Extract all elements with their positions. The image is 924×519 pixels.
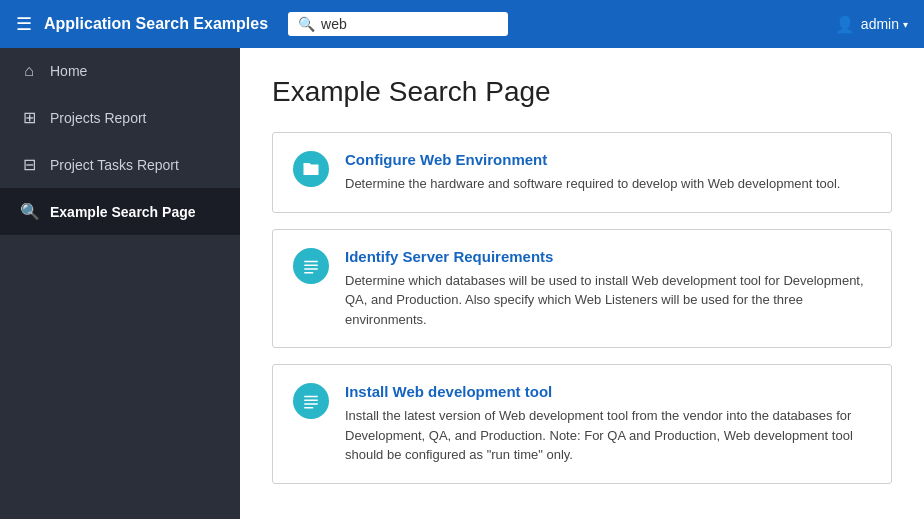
app-layout: ⌂ Home ⊞ Projects Report ⊟ Project Tasks…	[0, 48, 924, 519]
menu-icon[interactable]: ☰	[16, 13, 32, 35]
chevron-down-icon: ▾	[903, 19, 908, 30]
svg-rect-0	[304, 260, 318, 262]
svg-rect-7	[304, 407, 313, 409]
sidebar-item-project-tasks-report-label: Project Tasks Report	[50, 157, 179, 173]
sidebar-item-example-search-page[interactable]: 🔍 Example Search Page	[0, 188, 240, 235]
result-icon-1	[293, 151, 329, 187]
svg-rect-4	[304, 396, 318, 398]
user-icon: 👤	[835, 15, 855, 34]
result-card-3: Install Web development tool Install the…	[272, 364, 892, 484]
result-desc-2: Determine which databases will be used t…	[345, 271, 871, 330]
search-nav-icon: 🔍	[20, 202, 38, 221]
page-title: Example Search Page	[272, 76, 892, 108]
result-content-1: Configure Web Environment Determine the …	[345, 151, 841, 194]
result-icon-2	[293, 248, 329, 284]
sidebar-item-projects-report[interactable]: ⊞ Projects Report	[0, 94, 240, 141]
user-menu[interactable]: 👤 admin ▾	[835, 15, 908, 34]
sidebar-item-projects-report-label: Projects Report	[50, 110, 146, 126]
search-input[interactable]	[321, 16, 498, 32]
sidebar-item-example-search-page-label: Example Search Page	[50, 204, 196, 220]
table-icon: ⊟	[20, 155, 38, 174]
svg-rect-1	[304, 264, 318, 266]
app-title: Application Search Examples	[44, 15, 268, 33]
svg-rect-6	[304, 403, 318, 405]
result-desc-3: Install the latest version of Web develo…	[345, 406, 871, 465]
svg-rect-5	[304, 400, 318, 402]
home-icon: ⌂	[20, 62, 38, 80]
search-icon: 🔍	[298, 16, 315, 32]
result-icon-3	[293, 383, 329, 419]
result-title-2[interactable]: Identify Server Requirements	[345, 248, 871, 265]
grid-icon: ⊞	[20, 108, 38, 127]
result-content-2: Identify Server Requirements Determine w…	[345, 248, 871, 330]
user-label: admin	[861, 16, 899, 32]
sidebar-item-home-label: Home	[50, 63, 87, 79]
result-title-3[interactable]: Install Web development tool	[345, 383, 871, 400]
result-title-1[interactable]: Configure Web Environment	[345, 151, 841, 168]
result-content-3: Install Web development tool Install the…	[345, 383, 871, 465]
result-card-1: Configure Web Environment Determine the …	[272, 132, 892, 213]
svg-rect-2	[304, 268, 318, 270]
result-desc-1: Determine the hardware and software requ…	[345, 174, 841, 194]
result-card-2: Identify Server Requirements Determine w…	[272, 229, 892, 349]
main-content: Example Search Page Configure Web Enviro…	[240, 48, 924, 519]
sidebar-item-home[interactable]: ⌂ Home	[0, 48, 240, 94]
svg-rect-3	[304, 272, 313, 274]
sidebar: ⌂ Home ⊞ Projects Report ⊟ Project Tasks…	[0, 48, 240, 519]
sidebar-item-project-tasks-report[interactable]: ⊟ Project Tasks Report	[0, 141, 240, 188]
search-bar: 🔍	[288, 12, 508, 36]
app-header: ☰ Application Search Examples 🔍 👤 admin …	[0, 0, 924, 48]
